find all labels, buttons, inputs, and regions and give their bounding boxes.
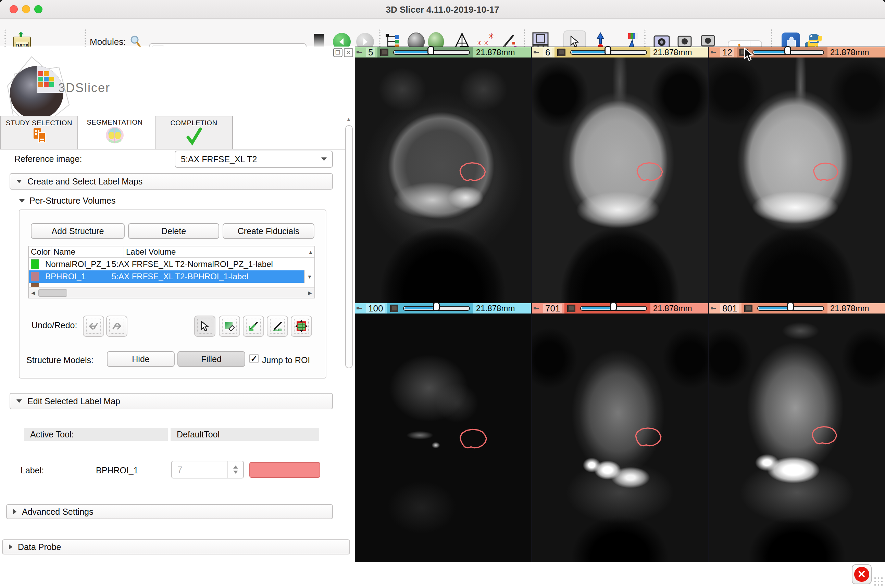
pin-icon[interactable] [532, 303, 541, 314]
slice-view-menu-button[interactable] [377, 47, 391, 57]
add-structure-button[interactable]: Add Structure [31, 223, 125, 239]
mri-image-t2-slice6[interactable] [532, 57, 708, 303]
workflow-tabs: STUDY SELECTION SEGMENTATION COM [0, 115, 346, 149]
mri-image-dce-slice701[interactable] [532, 314, 708, 562]
section-title: Advanced Settings [22, 507, 93, 517]
redo-button[interactable] [106, 315, 128, 337]
slice-label: 801 [720, 304, 739, 313]
resize-grip[interactable] [873, 576, 883, 586]
scroll-up-icon[interactable]: ▲ [346, 116, 352, 123]
table-horizontal-scrollbar[interactable]: ◀ ▶ [28, 288, 315, 298]
pin-icon[interactable] [355, 303, 364, 314]
pin-icon[interactable] [355, 47, 364, 57]
structure-color-swatch [31, 283, 39, 287]
table-scroll-down-button[interactable]: ▼ [304, 270, 314, 283]
slice-slider[interactable] [578, 303, 651, 314]
table-scroll-up-button[interactable]: ▲ [305, 246, 314, 257]
slice-slider[interactable] [750, 47, 828, 57]
erase-tool-button[interactable] [219, 315, 240, 337]
hide-models-button[interactable]: Hide [107, 351, 175, 367]
panel-scrollbar[interactable]: ▲ ▼ [344, 115, 353, 588]
column-header-color[interactable]: Color [29, 246, 51, 257]
slice-offset-value: 21.878mm [651, 303, 708, 314]
close-panel-button[interactable]: ✕ [344, 48, 353, 57]
table-row-selected[interactable]: BPHROI_1 5:AX FRFSE_XL T2-BPHROI_1-label… [29, 270, 314, 283]
slice-view-menu-button[interactable] [741, 303, 755, 314]
label-color-swatch[interactable] [249, 462, 320, 478]
reference-image-combobox[interactable]: 5:AX FRFSE_XL T2 [175, 151, 333, 168]
slice-view-icon [380, 49, 388, 56]
slice-controller-bar: 801 21.878mm [709, 303, 885, 314]
table-row-partial[interactable] [29, 283, 314, 288]
slice-slider[interactable] [755, 303, 828, 314]
scroll-left-button[interactable]: ◀ [29, 290, 38, 296]
reference-image-label: Reference image: [14, 154, 82, 164]
label-row-structure-name: BPHROI_1 [96, 465, 138, 476]
mri-image-t2-slice5[interactable] [355, 57, 531, 303]
section-data-probe[interactable]: Data Probe [2, 539, 350, 555]
section-per-structure-volumes[interactable]: Per-Structure Volumes [19, 196, 116, 206]
section-edit-selected-label-map[interactable]: Edit Selected Label Map [10, 393, 333, 410]
slider-handle[interactable] [604, 46, 612, 55]
table-row[interactable]: NormalROI_PZ_1 5:AX FRFSE_XL T2-NormalRO… [29, 258, 314, 270]
filled-models-button[interactable]: Filled [177, 351, 245, 367]
completion-check-icon [185, 127, 203, 146]
section-advanced-settings[interactable]: Advanced Settings [6, 504, 333, 519]
slider-handle[interactable] [784, 46, 791, 55]
exit-review-button[interactable]: ✕ [852, 564, 871, 584]
tab-label: STUDY SELECTION [1, 119, 77, 127]
spinner-arrows[interactable] [227, 461, 243, 478]
section-create-select-label-maps[interactable]: Create and Select Label Maps [10, 173, 333, 190]
column-header-name[interactable]: Name [51, 246, 124, 257]
slider-handle[interactable] [787, 302, 794, 311]
slice-view-menu-button[interactable] [554, 47, 568, 57]
paint-tool-button[interactable] [243, 315, 264, 337]
mouse-cursor [743, 48, 753, 62]
roi-contour [631, 426, 667, 449]
slice-view-menu-button[interactable] [388, 303, 401, 314]
tab-study-selection[interactable]: STUDY SELECTION [0, 116, 78, 149]
mri-image-dce-slice801[interactable] [709, 314, 885, 562]
slider-handle[interactable] [433, 302, 440, 311]
spin-down-icon[interactable] [233, 471, 238, 474]
slice-viewers-grid: 5 21.878mm 6 21.878mm [355, 46, 885, 562]
mri-image-t2-slice12[interactable] [709, 57, 885, 303]
tab-completion[interactable]: COMPLETION [155, 116, 233, 149]
slice-slider[interactable] [401, 303, 473, 314]
column-header-label-volume[interactable]: Label Volume [124, 246, 305, 257]
scrollbar-thumb[interactable] [38, 289, 67, 297]
undock-panel-button[interactable]: ❐ [333, 48, 343, 57]
slice-slider[interactable] [391, 47, 473, 57]
pin-icon[interactable] [532, 47, 541, 57]
slice-view-icon [744, 304, 753, 312]
slice-offset-value: 21.878mm [473, 303, 531, 314]
arrow-left-icon [337, 37, 346, 46]
draw-tool-button[interactable] [267, 315, 288, 337]
undo-button[interactable] [83, 315, 104, 337]
per-structure-groupbox: Add Structure Delete Create Fiducials Co… [19, 210, 326, 378]
default-tool-button[interactable] [194, 315, 215, 337]
spin-up-icon[interactable] [233, 465, 238, 468]
scrollbar-thumb[interactable] [345, 125, 353, 368]
slice-view-menu-button[interactable] [565, 303, 578, 314]
slice-label: 100 [366, 304, 385, 313]
slider-handle[interactable] [427, 46, 434, 55]
pin-icon[interactable] [709, 303, 718, 314]
pin-icon[interactable] [709, 47, 718, 57]
tab-segmentation[interactable]: SEGMENTATION [82, 116, 147, 149]
wand-tool-button[interactable] [291, 315, 312, 337]
jump-to-roi-checkbox[interactable] [249, 354, 258, 363]
section-title: Edit Selected Label Map [27, 396, 120, 406]
delete-structure-button[interactable]: Delete [128, 223, 219, 239]
scroll-right-button[interactable]: ▶ [305, 290, 314, 296]
undo-redo-label: Undo/Redo: [32, 320, 77, 330]
chevron-down-icon [321, 158, 327, 161]
slice-slider[interactable] [568, 47, 651, 57]
roi-contour [632, 161, 668, 183]
slider-handle[interactable] [610, 302, 617, 311]
module-panel: ❐ ✕ 3DSlicer [0, 46, 355, 588]
create-fiducials-button[interactable]: Create Fiducials [222, 223, 314, 239]
mri-image-adc-slice100[interactable] [355, 314, 531, 562]
slice-view-icon [390, 304, 398, 312]
label-value-spinbox[interactable]: 7 [171, 460, 244, 478]
